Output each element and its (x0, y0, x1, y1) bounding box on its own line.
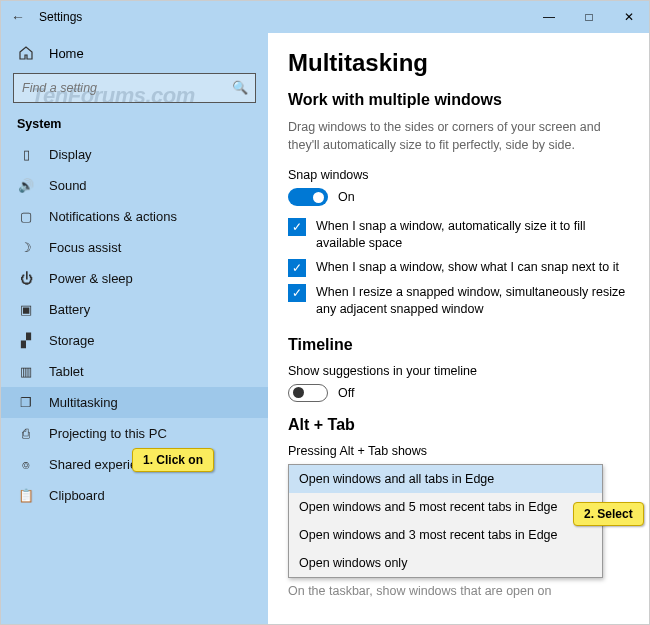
window-title: Settings (39, 10, 82, 24)
checkbox-row[interactable]: ✓When I resize a snapped window, simulta… (288, 284, 629, 318)
page-title: Multitasking (288, 49, 629, 77)
alttab-dropdown[interactable]: Open windows and all tabs in Edge Open w… (288, 464, 603, 578)
checkbox-row[interactable]: ✓When I snap a window, automatically siz… (288, 218, 629, 252)
checkbox-checked-icon[interactable]: ✓ (288, 218, 306, 236)
main-panel: Multitasking Work with multiple windows … (268, 33, 649, 624)
minimize-button[interactable]: — (529, 1, 569, 33)
sidebar-item-multitasking[interactable]: ❐Multitasking (1, 387, 268, 418)
clipboard-icon: 📋 (17, 488, 35, 503)
notifications-icon: ▢ (17, 209, 35, 224)
sidebar-item-sound[interactable]: 🔊Sound (1, 170, 268, 201)
section-title: Work with multiple windows (288, 91, 629, 109)
sidebar-item-label: Display (49, 147, 92, 162)
sidebar-item-projecting[interactable]: ⎙Projecting to this PC (1, 418, 268, 449)
dropdown-option[interactable]: Open windows and 5 most recent tabs in E… (289, 493, 602, 521)
group-label: System (1, 111, 268, 139)
window-body: Home TenForums.com 🔍 System ▯Display 🔊So… (1, 33, 649, 624)
timeline-label: Show suggestions in your timeline (288, 364, 629, 378)
titlebar: ← Settings — □ ✕ (1, 1, 649, 33)
section-title: Timeline (288, 336, 629, 354)
close-button[interactable]: ✕ (609, 1, 649, 33)
toggle-state: Off (338, 386, 354, 400)
sidebar-item-label: Sound (49, 178, 87, 193)
sidebar-item-power[interactable]: ⏻Power & sleep (1, 263, 268, 294)
checkbox-row[interactable]: ✓When I snap a window, show what I can s… (288, 259, 629, 277)
storage-icon: ▞ (17, 333, 35, 348)
display-icon: ▯ (17, 147, 35, 162)
search-input[interactable] (13, 73, 256, 103)
window-buttons: — □ ✕ (529, 1, 649, 33)
toggle-knob (313, 192, 324, 203)
checkbox-checked-icon[interactable]: ✓ (288, 284, 306, 302)
home-label: Home (49, 46, 84, 61)
sidebar-item-storage[interactable]: ▞Storage (1, 325, 268, 356)
checkbox-label: When I snap a window, automatically size… (316, 218, 629, 252)
snap-label: Snap windows (288, 168, 629, 182)
home-icon (17, 45, 35, 61)
callout-2: 2. Select (573, 502, 644, 526)
section-desc: Drag windows to the sides or corners of … (288, 119, 629, 154)
sidebar-item-label: Projecting to this PC (49, 426, 167, 441)
toggle-state: On (338, 190, 355, 204)
multitasking-icon: ❐ (17, 395, 35, 410)
callout-1: 1. Click on (132, 448, 214, 472)
sidebar-item-label: Clipboard (49, 488, 105, 503)
tablet-icon: ▥ (17, 364, 35, 379)
sidebar: Home TenForums.com 🔍 System ▯Display 🔊So… (1, 33, 268, 624)
shared-icon: ⌾ (17, 457, 35, 472)
checkbox-label: When I resize a snapped window, simultan… (316, 284, 629, 318)
maximize-button[interactable]: □ (569, 1, 609, 33)
toggle-switch-on[interactable] (288, 188, 328, 206)
timeline-toggle[interactable]: Off (288, 384, 629, 402)
focus-icon: ☽ (17, 240, 35, 255)
sidebar-item-tablet[interactable]: ▥Tablet (1, 356, 268, 387)
taskbar-label: On the taskbar, show windows that are op… (288, 584, 629, 598)
battery-icon: ▣ (17, 302, 35, 317)
checkbox-label: When I snap a window, show what I can sn… (316, 259, 619, 276)
sidebar-item-label: Storage (49, 333, 95, 348)
dropdown-option[interactable]: Open windows and 3 most recent tabs in E… (289, 521, 602, 549)
sidebar-item-notifications[interactable]: ▢Notifications & actions (1, 201, 268, 232)
snap-toggle[interactable]: On (288, 188, 629, 206)
toggle-knob (293, 387, 304, 398)
checkbox-checked-icon[interactable]: ✓ (288, 259, 306, 277)
sidebar-item-label: Notifications & actions (49, 209, 177, 224)
power-icon: ⏻ (17, 271, 35, 286)
home-link[interactable]: Home (1, 39, 268, 67)
back-icon[interactable]: ← (11, 9, 31, 25)
alttab-label: Pressing Alt + Tab shows (288, 444, 629, 458)
toggle-switch-off[interactable] (288, 384, 328, 402)
section-title: Alt + Tab (288, 416, 629, 434)
sound-icon: 🔊 (17, 178, 35, 193)
dropdown-option[interactable]: Open windows and all tabs in Edge (289, 465, 602, 493)
search-icon[interactable]: 🔍 (232, 80, 248, 95)
sidebar-item-focus[interactable]: ☽Focus assist (1, 232, 268, 263)
sidebar-item-display[interactable]: ▯Display (1, 139, 268, 170)
sidebar-item-label: Power & sleep (49, 271, 133, 286)
sidebar-item-label: Focus assist (49, 240, 121, 255)
search-wrapper: 🔍 (13, 73, 256, 103)
settings-window: ← Settings — □ ✕ Home TenForums.com 🔍 Sy… (0, 0, 650, 625)
sidebar-item-label: Multitasking (49, 395, 118, 410)
sidebar-item-label: Battery (49, 302, 90, 317)
sidebar-item-battery[interactable]: ▣Battery (1, 294, 268, 325)
dropdown-option[interactable]: Open windows only (289, 549, 602, 577)
sidebar-item-clipboard[interactable]: 📋Clipboard (1, 480, 268, 511)
projecting-icon: ⎙ (17, 426, 35, 441)
sidebar-item-label: Tablet (49, 364, 84, 379)
